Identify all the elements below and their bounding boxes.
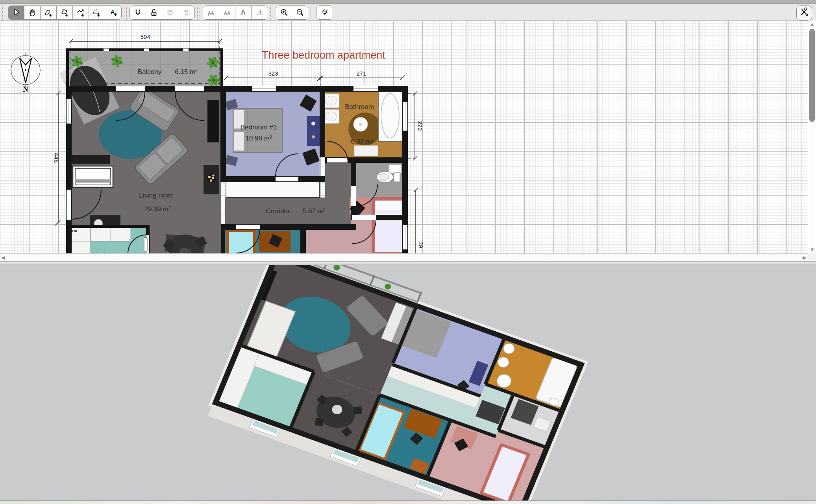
white-console[interactable] (73, 166, 113, 187)
photo-group (316, 6, 333, 20)
toolbar-separator (270, 6, 273, 20)
bedroom1-area[interactable]: 10.98 m² (245, 135, 272, 142)
toolbar: 10 A (0, 4, 816, 20)
dimension-222[interactable]: 222 (408, 91, 424, 161)
tv-cabinet[interactable] (207, 100, 219, 142)
zoom-group (276, 6, 308, 20)
create-rooms-button[interactable] (57, 6, 73, 19)
zoom-in-button[interactable] (276, 6, 292, 19)
dimension-label: 504 (140, 33, 150, 40)
pan-tool-button[interactable] (24, 6, 41, 19)
dimension-label: 446 (53, 153, 60, 162)
bold-button[interactable]: A (235, 6, 252, 19)
text-style-group: AA+ AA− A A (203, 6, 268, 20)
app-window: 10 A (0, 0, 816, 504)
create-dimensions-button[interactable]: 10 (89, 6, 105, 19)
create-photo-button[interactable] (316, 6, 333, 19)
create-walls-button[interactable] (41, 6, 57, 19)
dimension-label: 323 (268, 70, 278, 77)
desk-blue[interactable] (307, 116, 320, 146)
split-pane-divider[interactable] (0, 261, 816, 265)
create-rooms-icon (60, 8, 69, 17)
side-table-flowers[interactable] (204, 165, 219, 194)
undo-button[interactable] (162, 6, 178, 19)
scroll-down-arrow[interactable]: ▼ (810, 247, 815, 252)
tools-icon (799, 7, 809, 18)
create-walls-icon (44, 8, 53, 17)
decrease-text-size-button[interactable]: AA− (219, 6, 235, 19)
create-polyline-icon (76, 8, 85, 17)
building-3d (204, 265, 592, 500)
zoom-in-icon (280, 8, 289, 17)
edit-tools-group: 10 A (8, 6, 122, 20)
corridor-label[interactable]: Corridor (266, 207, 290, 215)
bottom-edge-strip (0, 500, 816, 504)
bed2-bed[interactable] (372, 197, 405, 253)
toolbar-separator (311, 6, 313, 20)
balcony-area[interactable]: 6.15 m² (175, 68, 198, 76)
redo-icon (182, 8, 191, 17)
add-text-icon: A (109, 8, 118, 17)
redo-button[interactable] (178, 6, 194, 19)
bold-icon: A (241, 9, 246, 16)
vertical-scroll-thumb[interactable] (809, 29, 815, 122)
plan-vertical-scrollbar[interactable]: ▲ ▼ (808, 20, 816, 253)
dimension-271[interactable]: 271 (321, 70, 405, 80)
font-decrease-icon: AA− (224, 9, 230, 16)
compass-north-label: N (23, 85, 28, 93)
bathtub[interactable] (378, 90, 402, 142)
dimension-446[interactable]: 446 (53, 91, 61, 226)
sideboard[interactable] (72, 155, 110, 164)
toolbar-drag-handle (2, 6, 5, 20)
living-area[interactable]: 29.39 m² (144, 205, 170, 213)
compass[interactable]: N (8, 53, 43, 93)
toolbar-separator (197, 6, 200, 20)
select-cursor-icon (12, 8, 20, 17)
bathroom-label[interactable]: Bathroom (345, 103, 374, 111)
dimension-label: 271 (356, 70, 366, 77)
text-icon-letter: A (111, 9, 115, 15)
bed3-single-bed[interactable] (226, 229, 256, 253)
scroll-right-arrow[interactable]: ▶ (803, 255, 807, 260)
bedroom1-label[interactable]: Bedroom #1 (241, 124, 277, 131)
plan-view[interactable]: 504 323 271 222 (0, 20, 808, 253)
plan-horizontal-scrollbar[interactable]: ◀ ▶ (0, 253, 808, 261)
plan-modifiers-group (130, 6, 195, 20)
corridor-area[interactable]: 5.67 m² (303, 207, 326, 215)
preferences-button[interactable] (796, 6, 812, 20)
font-increase-icon: AA+ (208, 9, 214, 16)
bathroom-sink-2[interactable] (323, 109, 339, 124)
plan-title[interactable]: Three bedroom apartment (262, 49, 385, 61)
dimension-323[interactable]: 323 (224, 70, 323, 86)
lock-base-plan-button[interactable] (146, 6, 162, 19)
italic-icon: A (257, 9, 261, 16)
undo-icon (166, 8, 174, 17)
view-3d[interactable] (0, 265, 816, 500)
magnet-icon (133, 8, 142, 17)
bathroom-sink-1[interactable] (323, 94, 339, 108)
add-text-button[interactable]: A (105, 6, 121, 19)
zoom-out-icon (296, 8, 304, 17)
magnetism-button[interactable] (130, 6, 146, 19)
dimension-icon-number: 10 (94, 8, 97, 12)
toolbar-separator (124, 6, 127, 20)
create-dimensions-icon: 10 (92, 8, 102, 17)
dimension-label: 222 (417, 121, 424, 131)
duct-shaft (226, 182, 320, 198)
italic-button[interactable]: A (252, 6, 268, 19)
dimension-label: 39 (418, 242, 424, 248)
window-title-strip (0, 0, 816, 4)
zoom-out-button[interactable] (292, 6, 308, 19)
living-label[interactable]: Living room (139, 192, 174, 199)
increase-text-size-button[interactable]: AA+ (203, 6, 219, 19)
scroll-up-arrow[interactable]: ▲ (810, 22, 815, 27)
pan-hand-icon (28, 8, 37, 17)
bathroom-area[interactable]: 6.03 m² (351, 138, 374, 145)
select-tool-button[interactable] (8, 6, 24, 19)
create-polyline-button[interactable] (73, 6, 89, 19)
scrollbar-corner (808, 253, 816, 261)
dimension-39[interactable]: 39 (408, 188, 424, 253)
balcony-label[interactable]: Balcony (138, 68, 162, 76)
unlocked-padlock-icon (150, 8, 158, 17)
scroll-left-arrow[interactable]: ◀ (1, 255, 5, 260)
